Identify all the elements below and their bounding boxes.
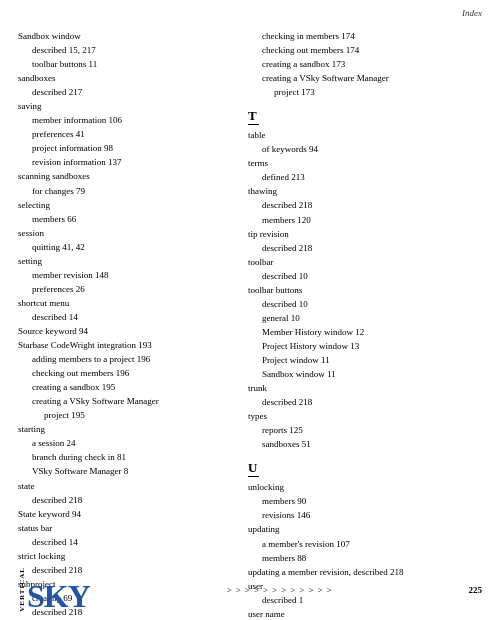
nav-arrow[interactable]: > <box>327 585 332 595</box>
section-entry: tip revision <box>248 228 482 241</box>
left-entry: State keyword 94 <box>18 508 238 521</box>
section-entry: Project History window 13 <box>248 340 482 353</box>
section-entry: Member History window 12 <box>248 326 482 339</box>
nav-arrow[interactable]: > <box>245 585 250 595</box>
right-entry: project 173 <box>248 86 482 99</box>
section-letter: T <box>248 108 259 125</box>
section-entry: described 10 <box>248 270 482 283</box>
section-entry: described 218 <box>248 242 482 255</box>
section-entry: trunk <box>248 382 482 395</box>
section-entry: table <box>248 129 482 142</box>
left-entry: for changes 79 <box>18 185 238 198</box>
section-entry: unlocking <box>248 481 482 494</box>
logo-sky-text: SKY <box>27 580 90 612</box>
left-entry: status bar <box>18 522 238 535</box>
right-entry: checking in members 174 <box>248 30 482 43</box>
logo-vertical-text: VERTICAL <box>18 567 26 612</box>
left-entry: session <box>18 227 238 240</box>
left-entry: a session 24 <box>18 437 238 450</box>
left-entry: VSky Software Manager 8 <box>18 465 238 478</box>
left-entry: shortcut menu <box>18 297 238 310</box>
nav-arrow[interactable]: > <box>272 585 277 595</box>
left-entry: Sandbox window <box>18 30 238 43</box>
left-entry: Starbase CodeWright integration 193 <box>18 339 238 352</box>
right-entry: creating a sandbox 173 <box>248 58 482 71</box>
left-entry: branch during check in 81 <box>18 451 238 464</box>
section-letter: U <box>248 460 259 477</box>
right-entry: checking out members 174 <box>248 44 482 57</box>
nav-arrows: >>>>>>>>>>>> <box>227 585 332 595</box>
left-entry: scanning sandboxes <box>18 170 238 183</box>
left-entry: preferences 41 <box>18 128 238 141</box>
left-entry: preferences 26 <box>18 283 238 296</box>
section-entry: described 218 <box>248 199 482 212</box>
section-entry: reports 125 <box>248 424 482 437</box>
section-entry: members 88 <box>248 552 482 565</box>
content-area: Sandbox windowdescribed 15, 217toolbar b… <box>18 30 482 578</box>
left-entry: described 15, 217 <box>18 44 238 57</box>
left-entry: described 14 <box>18 536 238 549</box>
page-number: 225 <box>468 585 482 595</box>
section-entry: general 10 <box>248 312 482 325</box>
nav-arrow[interactable]: > <box>281 585 286 595</box>
left-entry: creating a VSky Software Manager <box>18 395 238 408</box>
right-column: checking in members 174checking out memb… <box>248 30 482 578</box>
section-entry: updating <box>248 523 482 536</box>
left-entry: revision information 137 <box>18 156 238 169</box>
left-entry: sandboxes <box>18 72 238 85</box>
left-entry: checking out members 196 <box>18 367 238 380</box>
right-entry: creating a VSky Software Manager <box>248 72 482 85</box>
nav-arrow[interactable]: > <box>308 585 313 595</box>
section-entry: Project window 11 <box>248 354 482 367</box>
left-entry: member revision 148 <box>18 269 238 282</box>
left-entry: members 66 <box>18 213 238 226</box>
left-entry: described 218 <box>18 494 238 507</box>
section-entry: sandboxes 51 <box>248 438 482 451</box>
section-entry: thawing <box>248 185 482 198</box>
section-entry: a member's revision 107 <box>248 538 482 551</box>
nav-arrow[interactable]: > <box>317 585 322 595</box>
section-entry: terms <box>248 157 482 170</box>
nav-arrow[interactable]: > <box>263 585 268 595</box>
left-entry: adding members to a project 196 <box>18 353 238 366</box>
section-entry: toolbar buttons <box>248 284 482 297</box>
left-entry: Source keyword 94 <box>18 325 238 338</box>
section-entry: revisions 146 <box>248 509 482 522</box>
section-entry: described 10 <box>248 298 482 311</box>
section-entry: of keywords 94 <box>248 143 482 156</box>
nav-arrow[interactable]: > <box>236 585 241 595</box>
page-container: Index Sandbox windowdescribed 15, 217too… <box>0 0 500 620</box>
left-entry: state <box>18 480 238 493</box>
left-entry: starting <box>18 423 238 436</box>
left-entry: saving <box>18 100 238 113</box>
nav-arrow[interactable]: > <box>299 585 304 595</box>
section-entry: types <box>248 410 482 423</box>
nav-arrow[interactable]: > <box>227 585 232 595</box>
left-entry: strict locking <box>18 550 238 563</box>
section-entry: members 120 <box>248 214 482 227</box>
left-entry: setting <box>18 255 238 268</box>
left-entry: described 14 <box>18 311 238 324</box>
section-entry: Sandbox window 11 <box>248 368 482 381</box>
section-entry: described 218 <box>248 396 482 409</box>
logo-area: VERTICAL SKY <box>18 567 90 612</box>
nav-arrow[interactable]: > <box>290 585 295 595</box>
left-entry: project information 98 <box>18 142 238 155</box>
section-entry: toolbar <box>248 256 482 269</box>
left-entry: creating a sandbox 195 <box>18 381 238 394</box>
bottom-bar: VERTICAL SKY >>>>>>>>>>>> 225 <box>0 567 500 612</box>
left-entry: project 195 <box>18 409 238 422</box>
left-entry: described 217 <box>18 86 238 99</box>
left-column: Sandbox windowdescribed 15, 217toolbar b… <box>18 30 238 578</box>
section-entry: defined 213 <box>248 171 482 184</box>
index-label: Index <box>462 8 482 18</box>
nav-arrow[interactable]: > <box>254 585 259 595</box>
section-entry: members 90 <box>248 495 482 508</box>
left-entry: member information 106 <box>18 114 238 127</box>
left-entry: quitting 41, 42 <box>18 241 238 254</box>
left-entry: selecting <box>18 199 238 212</box>
left-entry: toolbar buttons 11 <box>18 58 238 71</box>
